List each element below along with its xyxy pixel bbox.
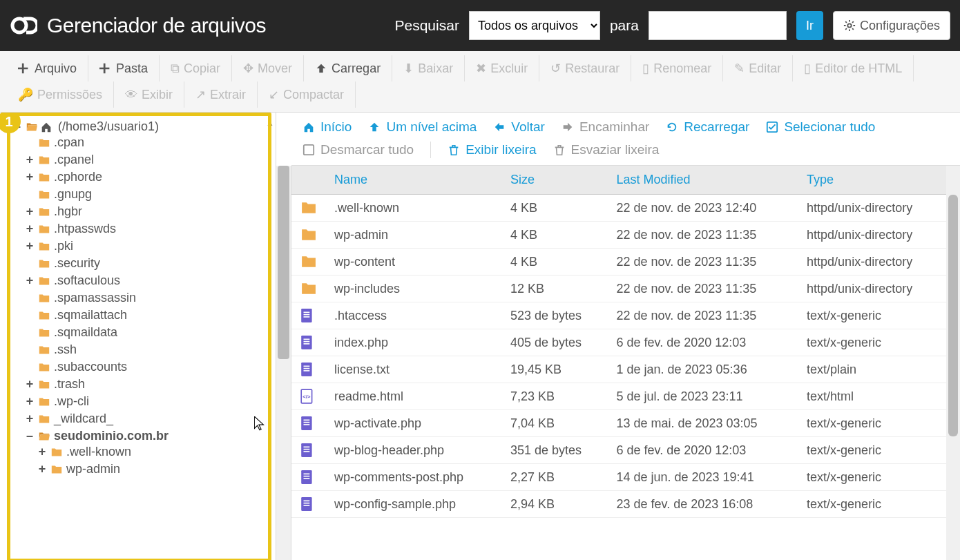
download-button[interactable]: ⬇Baixar [392,55,465,81]
tree-item[interactable]: +.ssh [25,342,273,357]
cell-name: wp-comments-post.php [326,464,502,491]
toolbar: Arquivo Pasta ⧉Copiar ✥Mover Carregar ⬇B… [0,51,960,113]
cell-name: wp-content [326,249,502,276]
file-icon [300,362,315,377]
select-all-button[interactable]: Selecionar tudo [766,119,875,135]
tree-item[interactable]: +_wildcard_ [25,412,273,426]
table-row[interactable]: index.php 405 de bytes 6 de fev. de 2020… [291,329,946,356]
cell-size: 12 KB [502,276,608,302]
cell-type: text/x-generic [798,329,946,356]
table-row[interactable]: wp-config-sample.php 2,94 KB 23 de fev. … [291,491,946,518]
trash-icon [448,144,460,156]
copy-button[interactable]: ⧉Copiar [160,55,232,81]
view-button[interactable]: 👁Exibir [114,81,184,108]
extract-icon: ↗ [195,87,206,102]
tree-item[interactable]: +.hgbr [25,204,273,219]
tree-item[interactable]: +.pki [25,239,273,253]
cell-size: 351 de bytes [502,437,608,464]
tree-item[interactable]: +.softaculous [25,273,273,288]
tree-item[interactable]: +.trash [25,377,273,392]
table-row[interactable]: wp-content 4 KB 22 de nov. de 2023 11:35… [291,249,946,276]
download-icon: ⬇ [403,61,414,76]
col-modified[interactable]: Last Modified [608,166,798,195]
table-row[interactable]: .well-known 4 KB 22 de nov. de 2023 12:4… [291,195,946,222]
html-editor-button[interactable]: ▯Editor de HTML [793,55,914,81]
tree-item[interactable]: +wp-admin [37,462,273,476]
folder-icon [37,258,51,269]
home-icon [303,121,315,133]
show-trash-button[interactable]: Exibir lixeira [448,142,536,157]
trash-icon [553,144,566,156]
table-row[interactable]: wp-comments-post.php 2,27 KB 14 de jun. … [291,464,946,491]
plus-icon [99,62,112,75]
tree-item[interactable]: +.spamassassin [25,291,273,305]
tree-item[interactable]: +.security [25,256,273,271]
permissions-button[interactable]: 🔑Permissões [7,81,114,108]
col-name[interactable]: Name [326,166,502,195]
tree-item[interactable]: +.sqmailattach [25,308,273,322]
table-row[interactable]: readme.html 7,23 KB 5 de jul. de 2023 23… [291,383,946,410]
delete-button[interactable]: ✖Excluir [465,55,539,81]
folder-icon [37,137,51,148]
table-row[interactable]: .htaccess 523 de bytes 22 de nov. de 202… [291,302,946,329]
folder-icon [50,447,64,458]
empty-trash-button[interactable]: Esvaziar lixeira [553,142,660,157]
tree-item[interactable]: +.htpasswds [25,222,273,236]
home-button[interactable]: Início [303,119,352,135]
tree-item[interactable]: +.sqmaildata [25,325,273,340]
forward-button[interactable]: Encaminhar [561,119,649,135]
cell-name: index.php [326,329,502,356]
file-icon [300,335,315,350]
search-for-label: para [610,17,639,34]
key-icon: 🔑 [18,87,33,102]
uncheck-icon [303,144,315,156]
search-scope-select[interactable]: Todos os arquivos [469,11,600,40]
cpanel-logo-icon [10,12,37,39]
arrow-left-icon [493,121,506,133]
back-button[interactable]: Voltar [493,119,545,135]
file-icon [300,470,315,485]
deselect-all-button[interactable]: Desmarcar tudo [303,142,414,157]
up-level-button[interactable]: Um nível acima [368,119,477,135]
compress-button[interactable]: ↙Compactar [258,81,356,108]
compress-icon: ↙ [269,87,279,102]
edit-button[interactable]: ✎Editar [723,55,793,81]
folder-icon [37,155,51,166]
reload-button[interactable]: Recarregar [666,119,749,135]
table-row[interactable]: wp-activate.php 7,04 KB 13 de mai. de 20… [291,410,946,437]
tree-root-node[interactable]: –(/home3/usuario1) [12,119,273,134]
cell-modified: 22 de nov. de 2023 11:35 [608,276,798,302]
search-go-button[interactable]: Ir [796,11,823,40]
settings-button[interactable]: Configurações [833,11,950,40]
col-type[interactable]: Type [798,166,946,195]
tree-item[interactable]: +.cphorde [25,170,273,184]
rename-button[interactable]: ▯Renomear [631,55,723,81]
search-input[interactable] [649,11,787,40]
extract-button[interactable]: ↗Extrair [184,81,258,108]
scrollbar-left[interactable] [276,166,291,560]
folder-icon [50,464,64,475]
new-folder-button[interactable]: Pasta [88,55,160,81]
tree-item[interactable]: +.well-known [37,445,273,459]
table-row[interactable]: wp-includes 12 KB 22 de nov. de 2023 11:… [291,276,946,302]
eye-icon: 👁 [125,88,137,102]
tree-item[interactable]: +.subaccounts [25,360,273,374]
move-button[interactable]: ✥Mover [232,55,304,81]
upload-button[interactable]: Carregar [304,55,392,81]
rename-icon: ▯ [642,61,649,76]
col-size[interactable]: Size [502,166,608,195]
cell-name: readme.html [326,383,502,410]
table-row[interactable]: wp-blog-header.php 351 de bytes 6 de fev… [291,437,946,464]
restore-button[interactable]: ↺Restaurar [539,55,631,81]
tree-item[interactable]: +.cpanel [25,153,273,167]
table-row[interactable]: license.txt 19,45 KB 1 de jan. de 2023 0… [291,356,946,383]
tree-item[interactable]: +.wp-cli [25,394,273,409]
table-row[interactable]: wp-admin 4 KB 22 de nov. de 2023 11:35 h… [291,222,946,249]
new-file-button[interactable]: Arquivo [7,55,88,81]
tree-item[interactable]: +.cpan [25,135,273,150]
cell-size: 19,45 KB [502,356,608,383]
tree-item[interactable]: +.gnupg [25,187,273,202]
scrollbar-right[interactable] [946,166,960,560]
tree-item-selected[interactable]: –seudominio.com.br [25,429,273,443]
folder-icon [37,327,51,338]
